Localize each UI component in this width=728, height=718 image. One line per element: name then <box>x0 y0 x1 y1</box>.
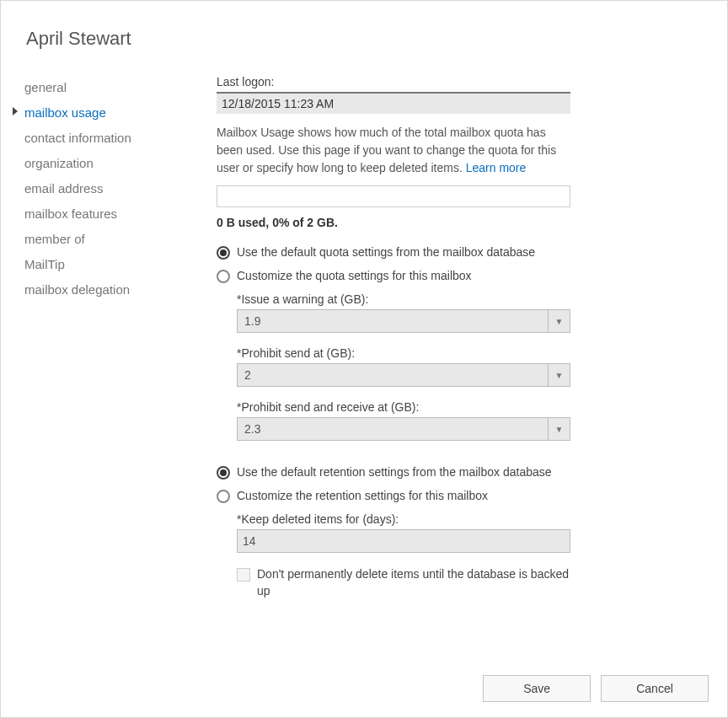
mailbox-usage-dialog: April Stewart general mailbox usage cont… <box>0 0 728 718</box>
sidebar-item-label: mailbox delegation <box>24 282 130 297</box>
issue-warning-label: *Issue a warning at (GB): <box>237 292 570 306</box>
sidebar-item-label: mailbox features <box>24 206 117 221</box>
issue-warning-value: 1.9 <box>244 314 260 328</box>
retention-custom-fields: *Keep deleted items for (days): 14 Don't… <box>237 512 570 599</box>
sidebar-item-member-of[interactable]: member of <box>24 227 217 252</box>
sidebar-item-mailbox-delegation[interactable]: mailbox delegation <box>24 277 217 303</box>
cancel-button[interactable]: Cancel <box>601 675 709 702</box>
dialog-buttons: Save Cancel <box>476 675 709 702</box>
prohibit-sr-select[interactable]: 2.3 ▼ <box>237 417 570 441</box>
prohibit-send-select[interactable]: 2 ▼ <box>237 363 570 387</box>
sidebar-item-general[interactable]: general <box>24 75 217 100</box>
usage-progress-input[interactable] <box>217 185 570 207</box>
issue-warning-select[interactable]: 1.9 ▼ <box>237 309 570 333</box>
dont-delete-label: Don't permanently delete items until the… <box>257 566 570 599</box>
retention-default-label: Use the default retention settings from … <box>237 464 552 481</box>
description-text: Mailbox Usage shows how much of the tota… <box>217 124 570 177</box>
usage-summary: 0 B used, 0% of 2 GB. <box>217 216 570 229</box>
retention-custom-option[interactable]: Customize the retention settings for thi… <box>217 488 570 505</box>
keep-days-label: *Keep deleted items for (days): <box>237 512 570 526</box>
prohibit-sr-label: *Prohibit send and receive at (GB): <box>237 400 570 414</box>
sidebar-item-label: contact information <box>24 131 131 145</box>
learn-more-link[interactable]: Learn more <box>466 161 527 174</box>
quota-custom-fields: *Issue a warning at (GB): 1.9 ▼ *Prohibi… <box>237 292 570 441</box>
last-logon-value: 12/18/2015 11:23 AM <box>217 92 570 114</box>
checkbox-icon <box>237 568 250 581</box>
sidebar-item-organization[interactable]: organization <box>24 151 217 176</box>
radio-icon <box>217 466 230 480</box>
sidebar-item-mailtip[interactable]: MailTip <box>24 252 217 277</box>
sidebar-item-mailbox-features[interactable]: mailbox features <box>24 201 217 227</box>
sidebar-item-mailbox-usage[interactable]: mailbox usage <box>24 100 217 126</box>
last-logon-label: Last logon: <box>217 75 570 88</box>
quota-custom-option[interactable]: Customize the quota settings for this ma… <box>217 268 570 285</box>
caret-right-icon <box>13 107 18 115</box>
radio-dot-icon <box>220 469 227 476</box>
sidebar: general mailbox usage contact informatio… <box>24 75 217 600</box>
retention-custom-label: Customize the retention settings for thi… <box>237 488 488 505</box>
retention-section: Use the default retention settings from … <box>217 464 570 599</box>
radio-dot-icon <box>220 249 227 256</box>
page-title: April Stewart <box>26 28 704 50</box>
sidebar-item-label: member of <box>24 232 85 246</box>
quota-default-option[interactable]: Use the default quota settings from the … <box>217 244 570 261</box>
prohibit-sr-value: 2.3 <box>244 422 260 436</box>
sidebar-item-label: organization <box>24 156 94 170</box>
sidebar-item-label: mailbox usage <box>24 105 106 120</box>
dont-delete-option[interactable]: Don't permanently delete items until the… <box>237 566 570 599</box>
keep-days-input[interactable]: 14 <box>237 529 570 553</box>
sidebar-item-label: general <box>24 80 67 94</box>
quota-custom-label: Customize the quota settings for this ma… <box>237 268 472 285</box>
sidebar-item-label: MailTip <box>24 257 65 271</box>
radio-icon <box>217 270 230 283</box>
keep-days-value: 14 <box>243 534 256 548</box>
radio-icon <box>217 490 230 503</box>
sidebar-item-email-address[interactable]: email address <box>24 176 217 201</box>
quota-default-label: Use the default quota settings from the … <box>237 244 535 261</box>
content-layout: general mailbox usage contact informatio… <box>24 75 704 600</box>
retention-default-option[interactable]: Use the default retention settings from … <box>217 464 570 481</box>
chevron-down-icon: ▼ <box>548 310 570 332</box>
save-button[interactable]: Save <box>483 675 591 702</box>
main-panel: Last logon: 12/18/2015 11:23 AM Mailbox … <box>217 75 570 600</box>
chevron-down-icon: ▼ <box>548 418 570 440</box>
prohibit-send-value: 2 <box>244 368 251 382</box>
prohibit-send-label: *Prohibit send at (GB): <box>237 346 570 360</box>
sidebar-item-contact-information[interactable]: contact information <box>24 126 217 151</box>
sidebar-item-label: email address <box>24 181 103 196</box>
chevron-down-icon: ▼ <box>548 364 570 386</box>
radio-icon <box>217 246 230 260</box>
